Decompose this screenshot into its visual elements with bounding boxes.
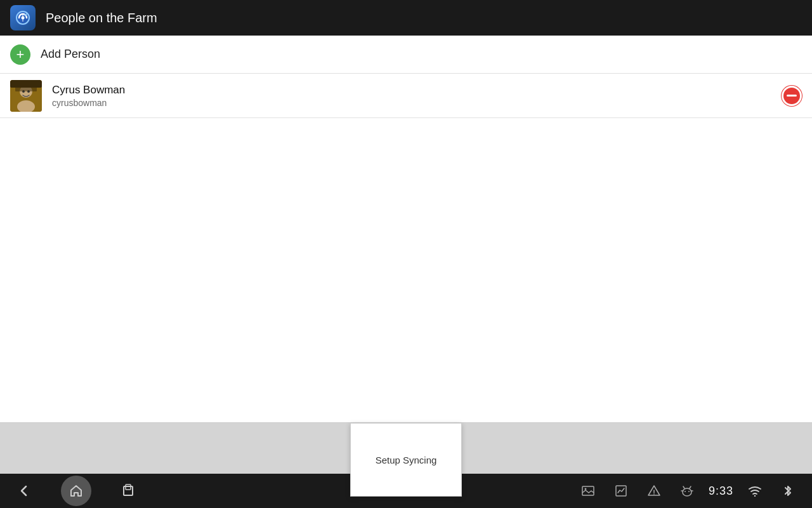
svg-point-1 xyxy=(22,17,25,20)
svg-point-12 xyxy=(584,488,586,490)
add-person-label: Add Person xyxy=(41,48,100,61)
remove-person-button[interactable] xyxy=(782,86,802,106)
svg-rect-8 xyxy=(15,86,37,91)
time-display: 9:33 xyxy=(709,485,733,498)
gallery-icon[interactable] xyxy=(577,479,599,502)
minus-icon xyxy=(787,95,797,97)
android-icon[interactable] xyxy=(676,479,698,502)
recents-button[interactable] xyxy=(117,479,140,502)
bluetooth-icon xyxy=(776,479,799,502)
main-content: + Add Person Cyrus Bowman cyrusbowman xyxy=(0,36,812,423)
add-person-row[interactable]: + Add Person xyxy=(0,36,812,74)
person-list-item[interactable]: Cyrus Bowman cyrusbowman xyxy=(0,74,812,118)
setup-syncing-label: Setup Syncing xyxy=(376,455,437,465)
svg-rect-9 xyxy=(124,486,133,495)
svg-point-19 xyxy=(754,495,756,497)
back-button[interactable] xyxy=(13,479,36,502)
app-logo-svg xyxy=(14,9,32,27)
person-name: Cyrus Bowman xyxy=(52,84,771,97)
svg-point-16 xyxy=(683,488,691,496)
wifi-icon xyxy=(743,479,766,502)
bottom-bar: Setup Syncing xyxy=(0,423,812,508)
app-icon xyxy=(10,5,36,30)
nav-right: 9:33 xyxy=(577,479,799,502)
svg-point-17 xyxy=(684,491,686,492)
avatar xyxy=(10,80,42,112)
person-username: cyrusbowman xyxy=(52,98,771,108)
add-person-icon: + xyxy=(10,44,30,65)
alert-icon[interactable] xyxy=(643,479,665,502)
chart-icon[interactable] xyxy=(610,479,632,502)
nav-left xyxy=(13,476,140,506)
person-info: Cyrus Bowman cyrusbowman xyxy=(52,84,771,108)
home-button[interactable] xyxy=(61,476,91,506)
svg-point-15 xyxy=(653,493,655,495)
svg-point-18 xyxy=(688,491,690,492)
setup-syncing-popup[interactable]: Setup Syncing xyxy=(350,423,462,497)
app-bar: People on the Farm xyxy=(0,0,812,36)
app-title: People on the Farm xyxy=(46,11,157,25)
